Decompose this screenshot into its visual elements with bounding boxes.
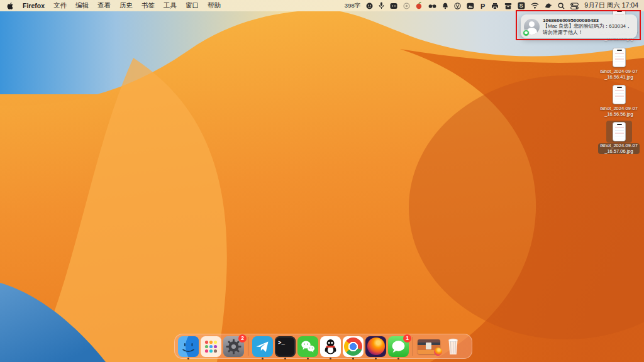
notification-title: 10686060095000080483 [543,18,633,24]
dock-item-wechat[interactable] [297,336,318,357]
bell-icon[interactable] [442,3,448,9]
menu-history[interactable]: 历史 [119,1,133,10]
word-count-status[interactable]: 398字 [345,2,360,10]
keyboard-icon[interactable] [390,3,397,9]
dock-item-terminal[interactable]: >_ [275,336,296,357]
control-center-icon[interactable] [570,3,579,9]
dock-item-telegram[interactable] [252,336,273,357]
settings-notification-badge: 2 [238,334,247,343]
notification-banner[interactable]: 10686060095000080483 【Mac 良选】您的验证码为：6330… [521,14,637,38]
terminal-prompt-glyph: >_ [278,340,285,346]
menu-bookmarks[interactable]: 书签 [142,1,155,10]
wifi-icon[interactable] [531,3,539,9]
dock: 2 >_ 1 [174,334,472,359]
menu-bar: Firefox 文件 编辑 查看 历史 书签 工具 窗口 帮助 398字 P S [0,0,644,11]
desktop-screen: Firefox 文件 编辑 查看 历史 书签 工具 窗口 帮助 398字 P S [0,0,644,362]
dock-item-chrome[interactable] [343,336,364,357]
messages-notification-badge: 1 [403,334,411,343]
notification-avatar [524,19,540,35]
messages-app-badge-icon [523,30,530,36]
file-label: iShot_2024-09-07_16.56.56.jpg [598,106,640,117]
bird-icon[interactable] [545,3,552,9]
download-file-thumbnail [418,339,440,354]
wallpaper [0,0,644,362]
apple-menu-icon[interactable] [7,2,14,10]
menu-tools[interactable]: 工具 [164,1,177,10]
glasses-icon[interactable] [428,3,436,9]
menu-bar-status-area: 398字 P S 9月7日 周六 17:04 [345,1,644,10]
notification-body: 【Mac 良选】您的验证码为：633034，请勿泄露于他人！ [543,23,633,35]
v-circle-icon[interactable] [454,3,461,9]
firefox-download-badge-icon [434,348,442,356]
dock-separator [413,337,413,356]
dock-item-trash[interactable] [443,336,464,357]
menu-clock[interactable]: 9月7日 周六 17:04 [584,1,638,10]
letter-p-icon[interactable]: P [480,3,486,9]
photo-square-icon[interactable] [467,3,474,9]
file-thumbnail [613,85,626,104]
microphone-icon[interactable] [379,2,384,9]
menu-view[interactable]: 查看 [97,1,111,10]
svg-text:P: P [480,3,485,9]
dock-item-launchpad[interactable] [201,336,221,357]
dock-item-system-settings[interactable]: 2 [223,336,244,357]
printer-icon[interactable] [491,3,499,9]
menu-window[interactable]: 窗口 [186,1,199,10]
menu-help[interactable]: 帮助 [208,1,221,10]
svg-text:S: S [519,3,523,9]
letter-s-icon[interactable]: S [518,2,525,9]
archive-box-icon[interactable] [504,3,512,9]
firefox-logo-icon [367,337,385,355]
dock-item-firefox[interactable] [365,336,386,357]
desktop-file-4-selected[interactable]: iShot_2024-09-07_16.57.06.jpg [597,121,640,154]
cherry-icon[interactable] [416,2,423,9]
file-thumbnail [613,122,626,141]
menu-file[interactable]: 文件 [53,1,67,10]
file-label: iShot_2024-09-07_16.56.41.jpg [598,69,640,80]
file-label: iShot_2024-09-07_16.57.06.jpg [598,143,640,154]
dock-item-qq[interactable] [320,336,341,357]
desktop-file-3[interactable]: iShot_2024-09-07_16.56.56.jpg [597,84,640,117]
dock-separator [248,337,248,356]
menu-edit[interactable]: 编辑 [75,1,89,10]
spotlight-icon[interactable] [558,3,565,9]
dock-item-finder[interactable] [178,336,199,357]
menu-app-name[interactable]: Firefox [23,2,45,9]
dimmed-circle-icon[interactable] [403,3,410,9]
dock-item-recent-download[interactable] [417,336,441,357]
dock-item-messages[interactable]: 1 [388,336,409,357]
desktop-file-2[interactable]: iShot_2024-09-07_16.56.41.jpg [597,47,640,80]
menu-bar-left: Firefox 文件 编辑 查看 历史 书签 工具 窗口 帮助 [0,1,221,10]
file-thumbnail [613,48,626,67]
smiley-icon[interactable] [366,3,373,9]
chrome-logo-icon [344,337,362,356]
